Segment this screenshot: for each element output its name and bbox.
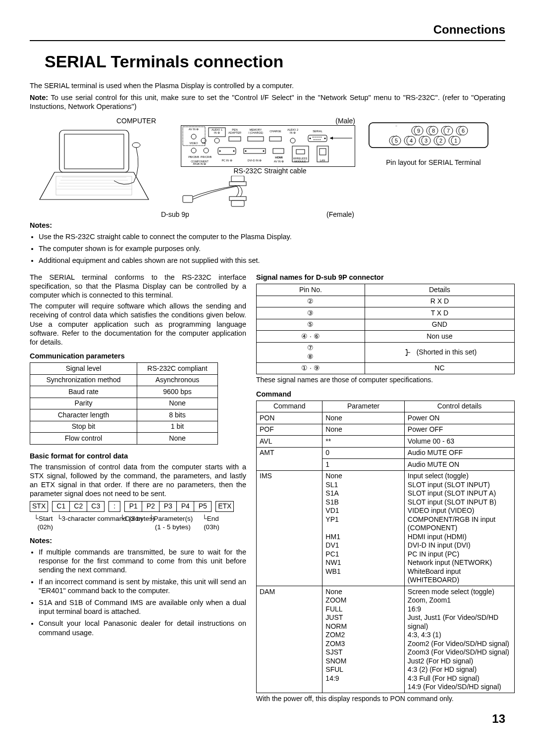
svg-text:1: 1 <box>454 138 457 144</box>
pin-number-cell: ⑦ ⑧ <box>257 342 365 362</box>
dsub-label: D-sub 9p <box>161 210 189 219</box>
pin-layout-caption: Pin layout for SERIAL Terminal <box>359 158 508 167</box>
page-number: 13 <box>30 711 505 726</box>
svg-text:9: 9 <box>417 128 420 134</box>
byte-c1: C1 <box>52 501 70 512</box>
svg-point-52 <box>233 151 235 152</box>
pin-number-cell: ⑤ <box>257 319 365 331</box>
svg-text:PC IN ⊕: PC IN ⊕ <box>221 159 232 162</box>
svg-point-32 <box>324 138 326 139</box>
comm-params-heading: Communication parameters <box>30 352 246 360</box>
byte-p5: P5 <box>194 501 212 512</box>
svg-point-37 <box>321 137 321 138</box>
note-body: To use serial control for this unit, mak… <box>30 94 505 110</box>
svg-rect-30 <box>308 135 327 142</box>
intro-line: The SERIAL terminal is used when the Pla… <box>30 81 505 90</box>
port-panel-illustration: AV IN ⊕ VIDEO AUDIO 1IN ⊕ PENADAPTER MEM… <box>181 125 355 167</box>
comm-cell: Parity <box>30 398 137 409</box>
svg-text:DVI-D IN ⊕: DVI-D IN ⊕ <box>248 159 262 162</box>
pin-detail-cell: Non use <box>365 331 514 343</box>
svg-point-36 <box>319 137 320 138</box>
pins-row: ②R X D <box>257 296 515 307</box>
svg-text:VIDEO: VIDEO <box>189 142 198 145</box>
lbl-params-bytes: (1 - 5 bytes) <box>155 523 191 531</box>
format-para: The transmission of control data from th… <box>30 462 246 499</box>
format-note: If an incorrect command is sent by mista… <box>39 577 246 595</box>
cmd-name-cell: AMT <box>257 447 322 470</box>
svg-text:6: 6 <box>462 128 465 134</box>
format-note: Consult your local Panasonic dealer for … <box>39 619 246 637</box>
pin-detail-cell: R X D <box>365 296 514 307</box>
svg-point-56 <box>263 151 265 152</box>
comm-row: Baud rate9600 bps <box>30 386 218 398</box>
pins-footnote: These signal names are those of computer… <box>256 376 515 385</box>
svg-rect-126 <box>389 126 404 135</box>
svg-text:4: 4 <box>410 138 413 144</box>
comm-cell: Asynchronous <box>137 374 218 386</box>
format-notes-heading: Notes: <box>30 536 246 545</box>
lbl-end-hex: (03h) <box>204 523 219 531</box>
format-note: If multiple commands are transmitted, be… <box>39 548 246 574</box>
bytes-diagram: STX C1 C2 C3 : P1 P2 P3 P4 P5 ETX └ <box>30 501 246 531</box>
svg-rect-149 <box>231 201 244 206</box>
svg-text:/ (CHARGE): / (CHARGE) <box>248 131 263 134</box>
svg-point-44 <box>204 148 209 153</box>
svg-rect-148 <box>229 197 246 201</box>
cmd-param-cell: None <box>322 412 405 424</box>
comm-cell: Baud rate <box>30 386 137 398</box>
cmd-name-cell: IMS <box>257 470 322 586</box>
svg-point-17 <box>214 138 219 143</box>
pins-row: ① · ⑨NC <box>257 362 515 374</box>
svg-marker-69 <box>330 137 333 140</box>
svg-point-40 <box>318 139 319 140</box>
cmd-name-cell: PON <box>257 412 322 424</box>
byte-c2: C2 <box>70 501 87 512</box>
female-label: (Female) <box>326 210 354 219</box>
comm-cell: RS-232C compliant <box>137 363 218 375</box>
svg-text:PB/CB/B: PB/CB/B <box>188 155 199 158</box>
svg-point-42 <box>191 148 196 153</box>
comm-row: Character length8 bits <box>30 409 218 421</box>
cmd-detail-cell: Audio MUTE OFF <box>404 447 514 459</box>
lbl-start: Start <box>39 515 53 522</box>
cmd-param-cell: 0 <box>322 447 405 459</box>
pin-number-cell: ③ <box>257 307 365 319</box>
comm-row: Signal levelRS-232C compliant <box>30 363 218 375</box>
svg-rect-1 <box>64 134 124 169</box>
svg-rect-62 <box>296 150 305 154</box>
format-note: S1A and S1B of Command IMS are available… <box>39 598 246 616</box>
svg-point-9 <box>132 143 140 148</box>
header-rule <box>30 40 505 41</box>
cmd-row: POFNonePower OFF <box>257 424 515 436</box>
svg-point-12 <box>191 134 196 139</box>
byte-p2: P2 <box>142 501 160 512</box>
svg-rect-146 <box>229 182 246 186</box>
pin-detail-cell: GND <box>365 319 514 331</box>
lbl-end: End <box>207 515 219 522</box>
svg-rect-147 <box>183 196 193 202</box>
byte-p1: P1 <box>124 501 142 512</box>
lbl-params: Parameter(s) <box>154 515 193 522</box>
connection-diagram: COMPUTER (Male) AV <box>30 114 505 219</box>
cmd-name-cell: POF <box>257 424 322 436</box>
pin-detail-cell: T X D <box>365 307 514 319</box>
svg-text:7: 7 <box>447 128 450 134</box>
serial-para1: The SERIAL terminal conforms to the RS-2… <box>30 273 246 300</box>
comm-cell: None <box>137 433 218 445</box>
intro-note: Note: To use serial control for this uni… <box>30 93 505 111</box>
cmd-param-cell: 1 <box>322 459 405 471</box>
comm-cell: None <box>137 398 218 409</box>
svg-text:CHARGE: CHARGE <box>269 130 281 133</box>
svg-text:ADAPTER: ADAPTER <box>228 131 241 134</box>
cmd-row: PONNonePower ON <box>257 412 515 424</box>
pin-number-cell: ① · ⑨ <box>257 362 365 374</box>
cmd-detail-cell: Power OFF <box>404 424 514 436</box>
svg-point-39 <box>316 139 317 140</box>
cmd-row: DAMNone ZOOM FULL JUST NORM ZOM2 ZOM3 SJ… <box>257 586 515 693</box>
cmd-param-cell: None ZOOM FULL JUST NORM ZOM2 ZOM3 SJST … <box>322 586 405 693</box>
svg-point-35 <box>317 137 318 138</box>
svg-rect-145 <box>231 176 244 182</box>
pins-header-cell: Details <box>365 284 514 296</box>
lbl-start-hex: (02h) <box>38 523 54 531</box>
pin-number-cell: ④ · ⑥ <box>257 331 365 343</box>
